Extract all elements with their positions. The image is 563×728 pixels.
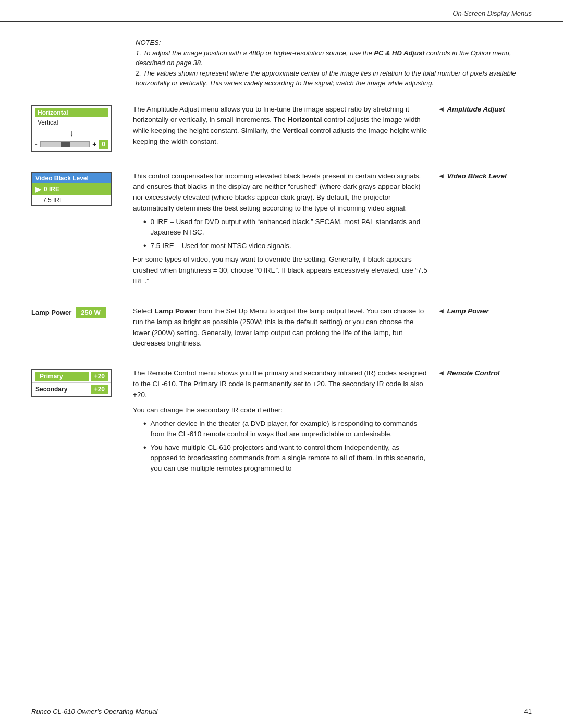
slider-track[interactable] — [40, 141, 90, 147]
remote-menu: Primary +20 Secondary +20 — [31, 369, 112, 397]
lamp-description: Select Lamp Power from the Set Up Menu t… — [133, 306, 438, 350]
remote-secondary-row: Secondary +20 — [32, 382, 111, 396]
vbl-widget: Video Black Level ▶ 0 IRE 7.5 IRE — [31, 171, 123, 206]
lamp-section: Lamp Power 250 W Select Lamp Power from … — [31, 306, 532, 350]
remote-bullet-icon-2: • — [143, 442, 146, 474]
amplitude-description: The Amplitude Adjust menu allows you to … — [133, 104, 438, 148]
remote-primary-row: Primary +20 — [32, 370, 111, 382]
remote-primary-value: +20 — [91, 372, 108, 381]
remote-secondary-value: +20 — [91, 385, 108, 394]
remote-bullet-icon-1: • — [143, 418, 146, 440]
vbl-bullet1-text: 0 IRE – Used for DVD output with “enhanc… — [151, 217, 427, 238]
vertical-option: Vertical — [35, 118, 108, 127]
vbl-sidebar-label: ◄Video Black Level — [438, 171, 532, 180]
vbl-description: This control compensates for incoming el… — [133, 171, 438, 287]
amplitude-sidebar-label: ◄Amplitude Adjust — [438, 104, 532, 113]
remote-left-arrow-icon: ◄ — [438, 369, 445, 377]
main-content: NOTES: 1. To adjust the image position w… — [0, 22, 563, 510]
bullet-icon-2: • — [143, 241, 146, 251]
remote-bullet2: • You have multiple CL-610 projectors an… — [143, 442, 427, 474]
lamp-sidebar-label: ◄Lamp Power — [438, 306, 532, 315]
slider-value: 0 — [99, 140, 108, 149]
page-footer: Runco CL-610 Owner’s Operating Manual 41 — [31, 702, 532, 715]
left-arrow-icon: ◄ — [438, 105, 445, 113]
slider-plus: + — [92, 140, 96, 149]
slider-minus: - — [35, 140, 38, 149]
footer-page-number: 41 — [524, 708, 532, 715]
vbl-selected-option: ▶ 0 IRE — [32, 183, 111, 195]
notes-section: NOTES: 1. To adjust the image position w… — [136, 38, 532, 89]
notes-line2: 2. The values shown represent where the … — [136, 68, 532, 89]
slider-thumb — [61, 142, 70, 147]
vbl-0ire: 0 IRE — [44, 186, 59, 193]
lamp-left-arrow-icon: ◄ — [438, 307, 445, 315]
vbl-75ire: 7.5 IRE — [32, 195, 111, 205]
page-container: On-Screen Display Menus NOTES: 1. To adj… — [0, 0, 563, 728]
remote-bullet2-text: You have multiple CL-610 projectors and … — [151, 442, 427, 474]
remote-bullet1-text: Another device in the theater (a DVD pla… — [151, 418, 427, 440]
remote-intro: The Remote Control menu shows you the pr… — [133, 368, 427, 401]
vbl-left-arrow-icon: ◄ — [438, 172, 445, 180]
remote-section: Primary +20 Secondary +20 The Remote Con… — [31, 368, 532, 475]
amplitude-widget: Horizontal Vertical ↓ - + 0 — [31, 104, 123, 152]
footer-manual-title: Runco CL-610 Owner’s Operating Manual — [31, 708, 157, 715]
slider-row: - + 0 — [35, 140, 108, 149]
vbl-arrow-icon: ▶ — [35, 185, 41, 193]
lamp-menu: Lamp Power 250 W — [31, 307, 123, 318]
remote-sidebar-label: ◄Remote Control — [438, 368, 532, 377]
arrow-down-icon: ↓ — [35, 129, 108, 138]
remote-primary-label-box: Primary +20 — [35, 372, 108, 381]
horizontal-option: Horizontal — [35, 108, 108, 117]
remote-secondary-label: Secondary — [35, 386, 89, 393]
vbl-section: Video Black Level ▶ 0 IRE 7.5 IRE This c… — [31, 171, 532, 287]
notes-line1: 1. To adjust the image position with a 4… — [136, 48, 532, 68]
lamp-widget: Lamp Power 250 W — [31, 306, 123, 318]
vbl-bullet1: • 0 IRE – Used for DVD output with “enha… — [143, 217, 427, 238]
remote-widget: Primary +20 Secondary +20 — [31, 368, 123, 397]
header-title: On-Screen Display Menus — [452, 9, 532, 17]
remote-description: The Remote Control menu shows you the pr… — [133, 368, 438, 475]
remote-change-intro: You can change the secondary IR code if … — [133, 405, 427, 416]
remote-secondary-label-box: Secondary +20 — [35, 385, 108, 394]
remote-primary-label: Primary — [35, 372, 89, 381]
notes-title: NOTES: — [136, 38, 532, 48]
lamp-value: 250 W — [76, 307, 106, 318]
vbl-title: Video Black Level — [32, 173, 111, 183]
amplitude-menu: Horizontal Vertical ↓ - + 0 — [31, 105, 112, 152]
vbl-intro: This control compensates for incoming el… — [133, 171, 427, 215]
bullet-icon-1: • — [143, 217, 146, 238]
page-header: On-Screen Display Menus — [0, 0, 563, 22]
vbl-bullet2: • 7.5 IRE – Used for most NTSC video sig… — [143, 241, 427, 251]
amplitude-section: Horizontal Vertical ↓ - + 0 The Amplitud… — [31, 104, 532, 152]
vbl-outro: For some types of video, you may want to… — [133, 254, 427, 287]
remote-bullet1: • Another device in the theater (a DVD p… — [143, 418, 427, 440]
vbl-menu: Video Black Level ▶ 0 IRE 7.5 IRE — [31, 172, 112, 206]
vbl-bullet2-text: 7.5 IRE – Used for most NTSC video signa… — [151, 241, 427, 251]
lamp-label: Lamp Power — [31, 309, 71, 316]
